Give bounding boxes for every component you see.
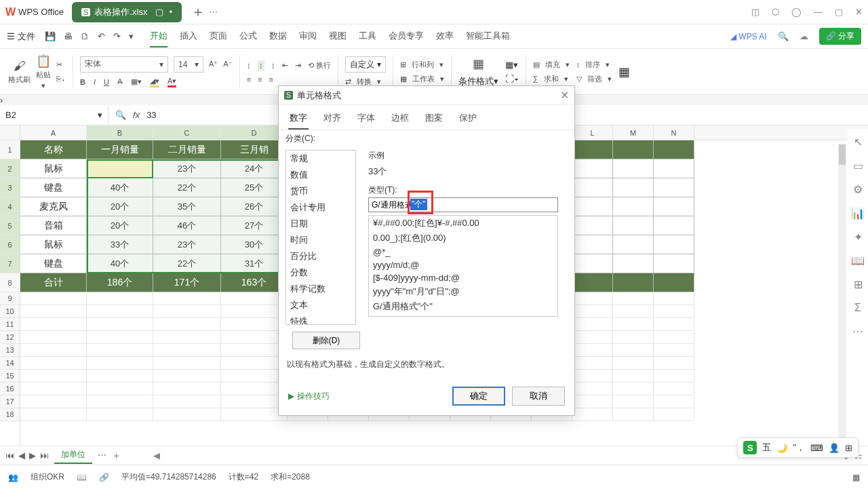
dialog-titlebar[interactable]: S 单元格格式 ✕ (279, 86, 574, 105)
cell[interactable] (613, 408, 654, 421)
zoom-icon[interactable]: 🔍 (115, 110, 126, 120)
cell[interactable] (87, 395, 153, 408)
align-left-icon[interactable]: ≡ (247, 75, 251, 83)
row-header[interactable]: 9 (0, 292, 20, 305)
ime-toolbar[interactable]: S 五 🌙 "， ⌨ 👤 ⊞ (737, 437, 859, 458)
cell[interactable] (87, 344, 153, 357)
row-header[interactable]: 17 (0, 395, 20, 408)
sum-button[interactable]: ∑ 求和▾ (533, 74, 570, 84)
cell[interactable] (572, 395, 613, 408)
fill-color-icon[interactable]: ◢▾ (150, 77, 159, 87)
column-header[interactable]: B (87, 125, 153, 140)
category-item[interactable]: 特殊 (286, 313, 355, 325)
row-header[interactable]: 11 (0, 318, 20, 331)
cell[interactable] (613, 254, 654, 273)
copy-icon[interactable]: ⎘▾ (56, 75, 66, 83)
format-item[interactable]: [$-409]yyyy-mm-dd;@ (369, 271, 557, 284)
font-color-icon[interactable]: A▾ (167, 77, 176, 87)
cell[interactable]: 40个 (87, 254, 153, 273)
row-header[interactable]: 18 (0, 408, 20, 421)
cell[interactable] (654, 216, 694, 235)
cell[interactable]: 一月销量 (87, 140, 153, 159)
delete-button[interactable]: 删除(D) (292, 332, 360, 349)
formula-value[interactable]: 33 (146, 110, 156, 120)
cell[interactable]: 鼠标 (20, 159, 87, 178)
ime-user-icon[interactable]: 👤 (829, 443, 840, 453)
ime-punct-icon[interactable]: "， (793, 442, 805, 454)
row-header[interactable]: 13 (0, 344, 20, 357)
ribbon-tab-数据[interactable]: 数据 (269, 26, 287, 47)
sheet-first-icon[interactable]: ⏮ (5, 450, 14, 461)
cell[interactable] (654, 235, 694, 254)
category-list[interactable]: 常规数值货币会计专用日期时间百分比分数科学记数文本特殊自定义 (285, 150, 356, 325)
cell[interactable] (87, 357, 153, 370)
column-header[interactable]: A (20, 125, 87, 140)
wps-ai-button[interactable]: ◢ WPS AI (730, 32, 767, 41)
align-top-icon[interactable]: ⫶ (247, 62, 251, 70)
cell[interactable] (572, 178, 613, 197)
cell[interactable] (572, 197, 613, 216)
cell[interactable]: 音箱 (20, 216, 87, 235)
dialog-close-icon[interactable]: ✕ (560, 89, 569, 102)
cell[interactable] (613, 216, 654, 235)
cell[interactable]: 23个 (153, 159, 221, 178)
size-select[interactable]: 14▾ (174, 56, 203, 73)
cell[interactable] (572, 159, 613, 178)
category-item[interactable]: 时间 (286, 232, 355, 248)
cell[interactable] (572, 273, 613, 292)
sheet-tab[interactable]: 加单位 (54, 447, 92, 464)
ribbon-tab-视图[interactable]: 视图 (329, 26, 347, 47)
cell[interactable] (613, 395, 654, 408)
cell[interactable]: 合计 (20, 273, 87, 292)
freeze-icon[interactable]: ▦ (618, 64, 630, 79)
cell[interactable] (654, 318, 694, 331)
cell[interactable] (613, 292, 654, 305)
book-status-icon[interactable]: 📖 (77, 473, 87, 482)
cell[interactable] (572, 408, 613, 421)
cell[interactable] (153, 292, 221, 305)
select-icon[interactable]: ▭ (853, 159, 863, 172)
ime-keyboard-icon[interactable]: ⌨ (810, 443, 823, 453)
cell[interactable] (654, 273, 694, 292)
tab-restore-icon[interactable]: ▢ (155, 7, 163, 17)
cell[interactable] (613, 305, 654, 318)
row-header[interactable]: 14 (0, 357, 20, 370)
redo-icon[interactable]: ↷ (113, 31, 121, 41)
dialog-tab-图案[interactable]: 图案 (424, 109, 444, 130)
dialog-tab-对齐[interactable]: 对齐 (322, 109, 342, 130)
cell[interactable] (153, 395, 221, 408)
increase-font-icon[interactable]: A⁺ (209, 60, 218, 69)
cell[interactable] (153, 305, 221, 318)
sheet-next-icon[interactable]: ▶ (29, 450, 36, 461)
ime-mode-label[interactable]: 五 (762, 442, 771, 454)
cell[interactable] (654, 140, 694, 159)
tab-menu-icon[interactable]: ⋯ (209, 7, 218, 17)
border-icon[interactable]: ▦▾ (131, 77, 142, 86)
vertical-scrollbar[interactable] (838, 144, 846, 442)
cell[interactable] (572, 305, 613, 318)
cell[interactable] (654, 357, 694, 370)
category-item[interactable]: 常规 (286, 151, 355, 167)
row-header[interactable]: 10 (0, 305, 20, 318)
row-header[interactable]: 1 (0, 140, 20, 159)
row-header[interactable]: 3 (0, 178, 20, 197)
cell[interactable] (87, 318, 153, 331)
row-header[interactable]: 16 (0, 383, 20, 395)
view-normal-icon[interactable]: ▦ (852, 473, 860, 482)
format-item[interactable]: 0.00_);[红色](0.00) (369, 231, 557, 246)
link-icon[interactable]: 🔗 (99, 473, 109, 482)
decrease-font-icon[interactable]: A⁻ (223, 60, 232, 69)
cell[interactable] (654, 292, 694, 305)
cell[interactable] (20, 292, 87, 305)
book-icon[interactable]: 📖 (851, 254, 865, 267)
ribbon-tab-公式[interactable]: 公式 (239, 26, 257, 47)
cell[interactable]: 键盘 (20, 178, 87, 197)
cell[interactable] (613, 159, 654, 178)
qat-dropdown-icon[interactable]: ▾ (129, 31, 134, 41)
cell[interactable] (613, 383, 654, 395)
type-input[interactable] (368, 197, 558, 212)
filter-button[interactable]: ▽ 筛选▾ (576, 74, 612, 84)
worksheet-button[interactable]: ▦ 工作表▾ (400, 74, 444, 84)
align-right-icon[interactable]: ≡ (269, 75, 273, 83)
cell[interactable] (613, 273, 654, 292)
